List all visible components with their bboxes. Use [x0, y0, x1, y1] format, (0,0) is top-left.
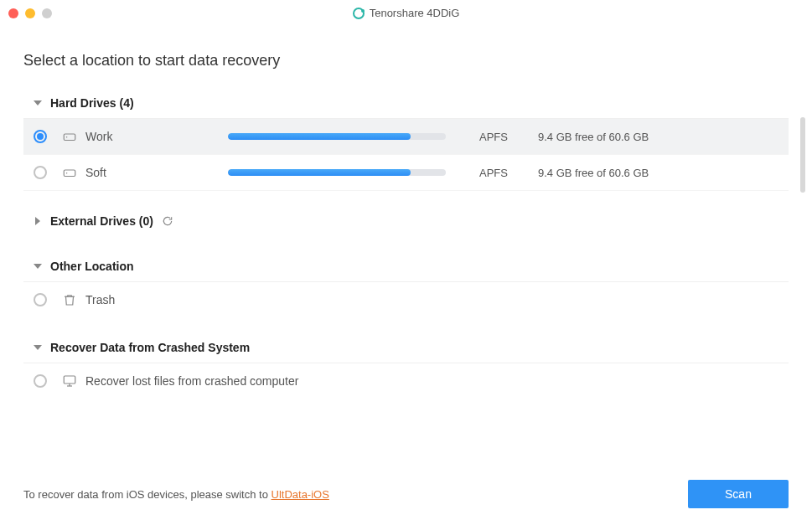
- crashed-row[interactable]: Recover lost files from crashed computer: [23, 363, 789, 399]
- drive-row[interactable]: Work APFS 9.4 GB free of 60.6 GB: [23, 119, 789, 155]
- usage-bar: [228, 169, 446, 176]
- svg-point-2: [66, 136, 68, 138]
- svg-point-4: [66, 172, 68, 174]
- radio-unselected-icon[interactable]: [34, 293, 47, 306]
- svg-rect-1: [64, 134, 75, 141]
- minimize-icon[interactable]: [25, 8, 35, 18]
- trash-icon: [62, 292, 77, 307]
- crashed-system-section: Recover Data from Crashed System Recover…: [23, 332, 789, 399]
- svg-rect-8: [64, 376, 75, 384]
- external-drives-section: External Drives (0): [23, 206, 789, 236]
- monitor-icon: [62, 373, 77, 389]
- app-logo-icon: [353, 8, 365, 19]
- radio-unselected-icon[interactable]: [34, 374, 47, 388]
- chevron-down-icon: [34, 262, 42, 270]
- location-name: Trash: [85, 293, 228, 306]
- svg-marker-0: [34, 100, 42, 106]
- footer-text: To recover data from iOS devices, please…: [23, 488, 329, 501]
- footer: To recover data from iOS devices, please…: [0, 480, 812, 508]
- chevron-down-icon: [34, 343, 42, 352]
- hard-drives-section: Hard Drives (4) Work APFS 9.4 GB free of…: [23, 88, 789, 191]
- usage-fill: [228, 169, 411, 176]
- app-title-text: Tenorshare 4DDiG: [370, 7, 460, 19]
- footer-prefix: To recover data from iOS devices, please…: [23, 488, 272, 501]
- crashed-system-header[interactable]: Recover Data from Crashed System: [23, 332, 789, 363]
- crashed-item-name: Recover lost files from crashed computer: [85, 374, 298, 388]
- usage-fill: [228, 133, 411, 140]
- external-drives-header[interactable]: External Drives (0): [23, 206, 789, 236]
- disk-icon: [62, 129, 77, 144]
- filesystem-type: APFS: [479, 167, 538, 179]
- free-space-text: 9.4 GB free of 60.6 GB: [538, 167, 649, 179]
- drive-name: Soft: [85, 166, 228, 179]
- refresh-icon[interactable]: [162, 215, 173, 227]
- drive-name: Work: [85, 130, 228, 143]
- disk-icon: [62, 165, 77, 180]
- svg-rect-3: [64, 170, 75, 177]
- external-drives-label: External Drives (0): [50, 214, 153, 228]
- drive-row[interactable]: Soft APFS 9.4 GB free of 60.6 GB: [23, 155, 789, 191]
- hard-drives-header[interactable]: Hard Drives (4): [23, 88, 789, 119]
- close-icon[interactable]: [8, 8, 18, 18]
- ultdata-ios-link[interactable]: UltData-iOS: [272, 488, 329, 501]
- svg-marker-6: [34, 264, 42, 269]
- chevron-down-icon: [34, 99, 42, 107]
- free-space-text: 9.4 GB free of 60.6 GB: [538, 131, 649, 143]
- page-title: Select a location to start data recovery: [23, 52, 789, 70]
- other-location-header[interactable]: Other Location: [23, 251, 789, 282]
- titlebar: Tenorshare 4DDiG: [0, 0, 812, 27]
- window-controls: [8, 8, 52, 18]
- usage-bar: [228, 133, 446, 140]
- scan-button[interactable]: Scan: [688, 480, 789, 508]
- chevron-right-icon: [34, 217, 42, 225]
- crashed-system-label: Recover Data from Crashed System: [50, 341, 250, 354]
- scrollbar[interactable]: [800, 117, 805, 193]
- hard-drives-label: Hard Drives (4): [50, 96, 134, 110]
- svg-marker-7: [34, 345, 42, 350]
- other-location-section: Other Location Trash: [23, 251, 789, 317]
- location-row[interactable]: Trash: [23, 282, 789, 317]
- svg-marker-5: [35, 217, 40, 225]
- radio-unselected-icon[interactable]: [34, 166, 47, 179]
- other-location-label: Other Location: [50, 260, 134, 273]
- maximize-icon[interactable]: [42, 8, 52, 18]
- app-title: Tenorshare 4DDiG: [353, 7, 460, 19]
- filesystem-type: APFS: [479, 131, 538, 143]
- radio-selected-icon[interactable]: [34, 130, 47, 143]
